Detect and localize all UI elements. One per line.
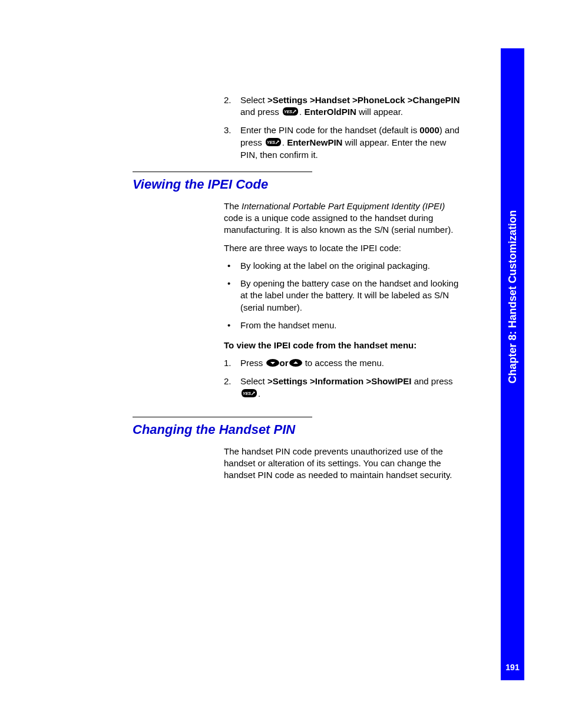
step-2: 2. Select >Settings >Handset >PhoneLock …: [224, 94, 462, 118]
step-number: 2.: [224, 375, 232, 387]
ipei-ways-intro: There are three ways to locate the IPEI …: [224, 242, 462, 254]
or-text: or: [280, 358, 289, 368]
text: and press: [240, 107, 279, 117]
up-arrow-key-icon: [289, 358, 302, 370]
prompt-label: EnterOldPIN: [304, 107, 356, 117]
text: .: [299, 107, 302, 117]
section-heading-ipei: Viewing the IPEI Code: [133, 176, 462, 193]
menu-path: >Settings >Information >ShowIPEI: [267, 376, 412, 386]
ipei-menu-steps: 1. Press or to access the menu. 2. Selec…: [224, 357, 462, 400]
chapter-label: Chapter 8: Handset Customization: [507, 210, 519, 383]
text: Press: [240, 358, 263, 368]
document-page: Chapter 8: Handset Customization 191 2. …: [0, 0, 562, 728]
pin-intro: The handset PIN code prevents unauthoriz…: [224, 446, 462, 482]
page-content: 2. Select >Settings >Handset >PhoneLock …: [133, 94, 462, 487]
page-number: 191: [501, 663, 524, 672]
text: The: [224, 201, 239, 211]
menu-path: >Settings >Handset >PhoneLock >ChangePIN: [267, 95, 460, 105]
yes-key-icon: YES: [266, 137, 281, 149]
text: Select: [240, 95, 265, 105]
section-rule: [133, 172, 312, 172]
ipei-menu-subhead: To view the IPEI code from the handset m…: [224, 340, 462, 351]
chapter-sidebar: Chapter 8: Handset Customization 191: [501, 48, 524, 680]
svg-text:YES: YES: [243, 391, 251, 396]
section2-body: The handset PIN code prevents unauthoriz…: [224, 446, 462, 482]
ipei-term: International Portable Part Equipment Id…: [242, 201, 445, 211]
text: and press: [414, 376, 453, 386]
prompt-label: EnterNewPIN: [287, 137, 342, 147]
yes-key-icon: YES: [283, 107, 298, 118]
text: will appear.: [359, 107, 403, 117]
step-1: 1. Press or to access the menu.: [224, 357, 462, 370]
text: .: [282, 137, 285, 147]
section-rule: [133, 417, 312, 417]
step-number: 2.: [224, 94, 232, 106]
list-item: By looking at the label on the original …: [224, 260, 462, 272]
step-3: 3. Enter the PIN code for the handset (d…: [224, 124, 462, 161]
text: Select: [240, 376, 265, 386]
text: .: [258, 388, 260, 398]
section-heading-pin: Changing the Handset PIN: [133, 421, 462, 439]
text: Enter the PIN code for the handset (defa…: [240, 125, 417, 135]
list-item: By opening the battery case on the hands…: [224, 278, 462, 314]
down-arrow-key-icon: [266, 358, 279, 370]
step-number: 3.: [224, 124, 232, 136]
default-pin: 0000: [419, 125, 439, 135]
ipei-ways-list: By looking at the label on the original …: [224, 260, 462, 331]
top-step-block: 2. Select >Settings >Handset >PhoneLock …: [224, 94, 462, 161]
step-number: 1.: [224, 357, 232, 369]
text: to access the menu.: [305, 358, 384, 368]
svg-text:YES: YES: [284, 110, 292, 114]
svg-text:YES: YES: [267, 140, 275, 144]
text: code is a unique code assigned to the ha…: [224, 213, 453, 235]
yes-key-icon: YES: [242, 388, 257, 400]
step-2: 2. Select >Settings >Information >ShowIP…: [224, 375, 462, 400]
list-item: From the handset menu.: [224, 319, 462, 331]
ipei-intro: The International Portable Part Equipmen…: [224, 200, 462, 236]
section1-body: The International Portable Part Equipmen…: [224, 200, 462, 400]
